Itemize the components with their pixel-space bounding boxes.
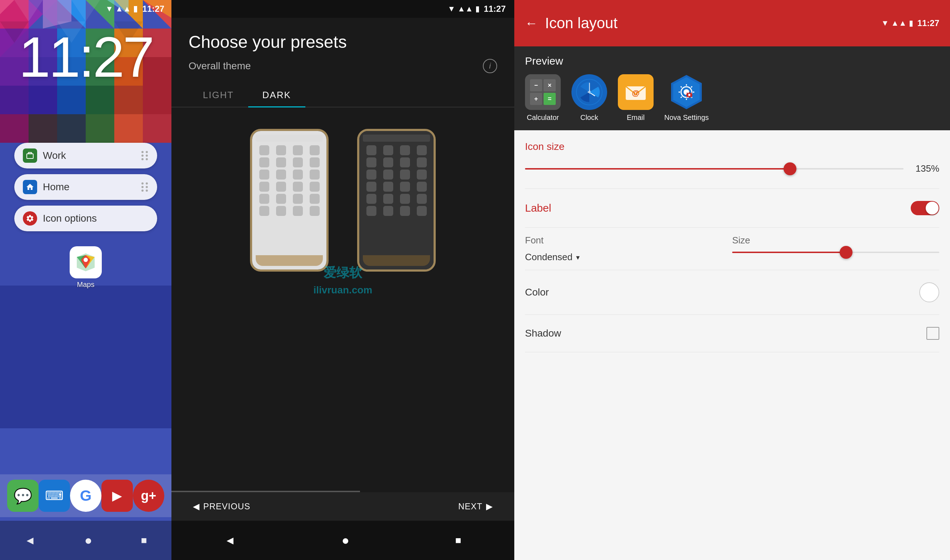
home-grid-icon	[142, 182, 148, 192]
divider-2	[525, 227, 939, 228]
folder-home[interactable]: Home	[14, 174, 157, 200]
info-button[interactable]: i	[483, 59, 497, 73]
p2-home-button[interactable]: ●	[341, 533, 349, 548]
folder-work[interactable]: Work	[14, 143, 157, 168]
font-col: Font Condensed ▾	[525, 235, 732, 263]
calculator-icon: − × + =	[525, 74, 561, 110]
status-icons: ▼ ▲▲ ▮ 11:27	[105, 4, 164, 14]
clock-widget: 11:27	[0, 29, 171, 86]
status-time: 11:27	[142, 4, 164, 14]
keyboard-icon[interactable]: ⌨	[39, 480, 70, 512]
panel2-status-bar: ▼ ▲▲ ▮ 11:27	[171, 0, 514, 18]
settings-content: Icon size 135% Label Font Condensed ▾	[514, 130, 950, 560]
presets-subtitle: Overall theme	[188, 60, 251, 72]
toggle-thumb	[926, 202, 939, 214]
shadow-label: Shadow	[525, 328, 561, 339]
icon-layout-panel: ← Icon layout ▼ ▲▲ ▮ 11:27 Preview − × +…	[514, 0, 950, 560]
email-icon-item: @ Email	[618, 74, 654, 122]
svg-point-55	[688, 94, 690, 96]
color-label: Color	[525, 286, 549, 298]
home-button[interactable]: ●	[84, 533, 92, 548]
color-setting-row: Color	[525, 274, 939, 311]
icon-size-header: Icon size	[525, 130, 939, 160]
clock-icon	[571, 74, 607, 110]
font-size-slider[interactable]	[732, 252, 939, 253]
svg-point-45	[83, 258, 88, 262]
icon-size-value: 135%	[911, 163, 939, 174]
next-chevron-icon: ▶	[486, 502, 493, 511]
theme-tabs: LIGHT DARK	[171, 84, 514, 108]
hangouts-icon[interactable]: 💬	[7, 480, 39, 512]
tab-light[interactable]: LIGHT	[188, 84, 248, 108]
shadow-checkbox[interactable]	[927, 327, 939, 340]
font-value: Condensed	[525, 252, 572, 263]
font-dropdown-arrow[interactable]: ▾	[576, 253, 580, 262]
folder-list: Work Home	[14, 143, 157, 231]
color-picker[interactable]	[919, 282, 939, 302]
settings-icon	[23, 211, 37, 226]
tab-dark[interactable]: DARK	[248, 84, 305, 108]
email-label: Email	[627, 114, 645, 122]
recents-button[interactable]: ■	[141, 535, 147, 546]
maps-label: Maps	[69, 280, 102, 289]
label-setting-row: Label	[525, 192, 939, 224]
dark-phone-mockup	[357, 129, 436, 272]
battery-icon: ▮	[133, 4, 137, 14]
back-button[interactable]: ◄	[24, 534, 36, 547]
home-screen-panel: ▼ ▲▲ ▮ 11:27 11:27 Work	[0, 0, 171, 560]
icon-size-slider-row: 135%	[525, 160, 939, 185]
shadow-setting-row: Shadow	[525, 318, 939, 348]
nova-settings-icon-item: Nova Settings	[664, 74, 709, 122]
nav-bar: ◄ ● ■	[0, 521, 171, 560]
p2-signal-icon: ▲▲	[458, 4, 473, 14]
presets-panel: ▼ ▲▲ ▮ 11:27 Choose your presets Overall…	[171, 0, 514, 560]
p2-status-time: 11:27	[484, 4, 506, 14]
panel3-title: Icon layout	[545, 15, 617, 32]
p3-status-time: 11:27	[918, 18, 939, 28]
work-label: Work	[43, 150, 66, 162]
p3-wifi-icon: ▼	[881, 18, 889, 28]
wifi-icon: ▼	[105, 4, 113, 14]
folder-icon-options[interactable]: Icon options	[14, 206, 157, 231]
label-toggle[interactable]	[911, 201, 939, 215]
previous-button[interactable]: ◀ PREVIOUS	[193, 502, 250, 511]
phone-mockups-area	[171, 122, 514, 286]
dark-phone-screen	[359, 131, 433, 269]
gplus-icon[interactable]: g+	[133, 480, 164, 512]
work-grid-icon	[142, 151, 148, 160]
divider-3	[525, 270, 939, 270]
maps-app[interactable]: Maps	[69, 246, 102, 289]
font-value-row: Condensed ▾	[525, 252, 732, 263]
prev-chevron-icon: ◀	[193, 502, 200, 511]
p3-status-icons: ▼ ▲▲ ▮ 11:27	[881, 18, 939, 28]
divider-4	[525, 314, 939, 315]
presets-title: Choose your presets	[171, 18, 514, 59]
p2-back-button[interactable]: ◄	[224, 534, 236, 547]
google-icon[interactable]: G	[70, 480, 102, 512]
dark-phone-container	[357, 129, 436, 272]
calculator-label: Calculator	[527, 114, 559, 122]
clock-time: 11:27	[0, 29, 171, 86]
email-icon: @	[618, 74, 654, 110]
calculator-icon-item: − × + = Calculator	[525, 74, 561, 122]
signal-icon: ▲▲	[116, 4, 131, 14]
label-setting-label: Label	[525, 202, 551, 214]
next-button[interactable]: NEXT ▶	[458, 502, 493, 511]
home-icon	[23, 180, 37, 194]
font-col-header: Font	[525, 235, 732, 252]
icon-options-label: Icon options	[43, 213, 97, 224]
panel2-nav-row: ◀ PREVIOUS NEXT ▶	[171, 492, 514, 521]
icon-layout-header: ← Icon layout ▼ ▲▲ ▮ 11:27	[514, 0, 950, 46]
font-size-slider-row	[732, 252, 939, 253]
preview-section: Preview − × + = Calculator	[514, 46, 950, 130]
light-phone-mockup	[250, 129, 328, 272]
back-button[interactable]: ←	[525, 16, 538, 31]
divider-5	[525, 352, 939, 352]
p2-recents-button[interactable]: ■	[455, 535, 461, 546]
p3-signal-icon: ▲▲	[891, 18, 907, 28]
p2-battery-icon: ▮	[475, 4, 480, 14]
youtube-icon[interactable]: ▶	[102, 480, 133, 512]
size-col: Size	[732, 235, 939, 253]
icon-size-slider[interactable]	[525, 168, 904, 169]
preview-icons-row: − × + = Calculator	[525, 74, 939, 122]
